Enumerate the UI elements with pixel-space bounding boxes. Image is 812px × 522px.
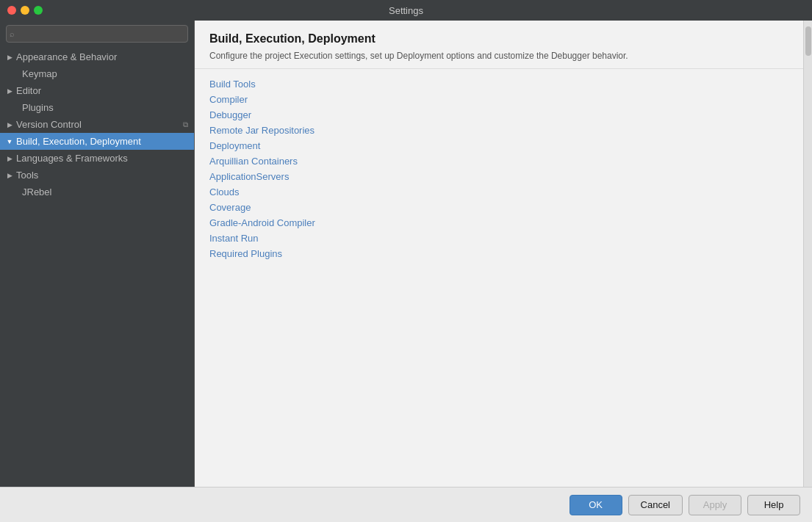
link-compiler[interactable]: Compiler	[209, 92, 788, 107]
window-title: Settings	[389, 5, 423, 16]
sidebar-item-languages[interactable]: ▶ Languages & Frameworks	[0, 150, 194, 167]
sidebar-item-keymap[interactable]: Keymap	[0, 65, 194, 82]
bottom-bar: OK Cancel Apply Help	[0, 487, 812, 522]
link-deployment[interactable]: Deployment	[209, 138, 788, 153]
sidebar-item-tools[interactable]: ▶ Tools	[0, 167, 194, 184]
sidebar-item-label: JRebel	[22, 186, 51, 197]
minimize-button[interactable]	[21, 6, 29, 15]
sidebar-item-version-control[interactable]: ▶ Version Control ⧉	[0, 116, 194, 133]
scrollbar-thumb[interactable]	[805, 26, 811, 56]
arrow-icon: ▶	[6, 172, 13, 179]
content-header: Build, Execution, Deployment Configure t…	[195, 21, 803, 69]
link-coverage[interactable]: Coverage	[209, 200, 788, 215]
arrow-icon: ▶	[6, 121, 13, 128]
search-input[interactable]	[6, 25, 188, 43]
sidebar-item-jrebel[interactable]: JRebel	[0, 184, 194, 200]
sidebar-item-label: Keymap	[22, 68, 57, 79]
link-remote-jar[interactable]: Remote Jar Repositories	[209, 123, 788, 138]
copy-icon: ⧉	[183, 120, 188, 129]
help-button[interactable]: Help	[747, 495, 800, 515]
window-controls	[7, 6, 43, 15]
arrow-icon: ▶	[6, 155, 13, 162]
link-build-tools[interactable]: Build Tools	[209, 76, 788, 92]
sidebar: ⌕ ▶ Appearance & Behavior Keymap ▶ Edito…	[0, 21, 195, 487]
link-required-plugins[interactable]: Required Plugins	[209, 246, 788, 261]
link-arquillian[interactable]: Arquillian Containers	[209, 153, 788, 169]
arrow-icon: ▶	[6, 54, 13, 61]
sidebar-item-label: Plugins	[22, 102, 54, 113]
cancel-button[interactable]: Cancel	[628, 495, 683, 515]
link-clouds[interactable]: Clouds	[209, 184, 788, 200]
sidebar-item-appearance[interactable]: ▶ Appearance & Behavior	[0, 48, 194, 65]
sidebar-item-label: Appearance & Behavior	[16, 51, 117, 62]
link-gradle-android[interactable]: Gradle-Android Compiler	[209, 215, 788, 231]
arrow-icon: ▶	[6, 87, 13, 95]
link-instant-run[interactable]: Instant Run	[209, 231, 788, 246]
ok-button[interactable]: OK	[570, 495, 622, 515]
page-description: Configure the project Execution settings…	[209, 50, 788, 62]
nav-list: ▶ Appearance & Behavior Keymap ▶ Editor …	[0, 47, 194, 487]
apply-button[interactable]: Apply	[689, 495, 741, 515]
main-container: ⌕ ▶ Appearance & Behavior Keymap ▶ Edito…	[0, 21, 812, 487]
search-container: ⌕	[0, 21, 194, 47]
link-debugger[interactable]: Debugger	[209, 107, 788, 123]
title-bar: Settings	[0, 0, 812, 21]
sidebar-item-label: Build, Execution, Deployment	[16, 136, 141, 147]
page-title: Build, Execution, Deployment	[209, 32, 788, 46]
sidebar-item-label: Version Control	[16, 119, 82, 130]
close-button[interactable]	[7, 6, 16, 15]
arrow-icon: ▼	[6, 138, 13, 145]
maximize-button[interactable]	[34, 6, 43, 15]
sidebar-item-editor[interactable]: ▶ Editor	[0, 82, 194, 99]
content-links: Build Tools Compiler Debugger Remote Jar…	[195, 69, 803, 487]
content-area: Build, Execution, Deployment Configure t…	[195, 21, 803, 487]
sidebar-item-label: Languages & Frameworks	[16, 153, 128, 164]
sidebar-item-label: Editor	[16, 85, 41, 96]
sidebar-item-plugins[interactable]: Plugins	[0, 99, 194, 116]
sidebar-item-build-execution[interactable]: ▼ Build, Execution, Deployment	[0, 133, 194, 150]
link-application-servers[interactable]: ApplicationServers	[209, 169, 788, 184]
search-wrapper: ⌕	[6, 25, 188, 43]
scrollbar[interactable]	[803, 21, 812, 487]
sidebar-item-label: Tools	[16, 170, 38, 181]
